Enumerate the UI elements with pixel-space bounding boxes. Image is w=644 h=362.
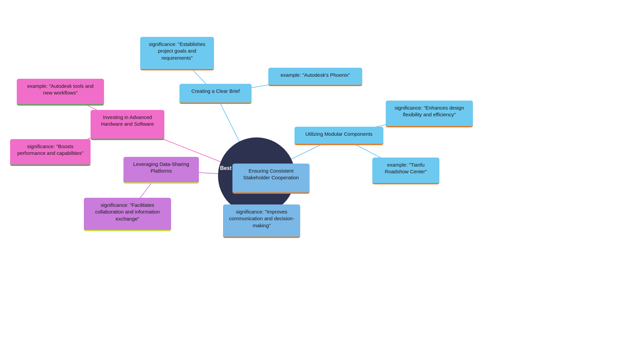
- connections-svg: [0, 0, 644, 362]
- node-utilizing-modular: Utilizing Modular Components: [294, 127, 383, 145]
- node-example-autodesk-tools: example: "Autodesk tools and new workflo…: [17, 79, 104, 106]
- node-label-utilizing-modular: Utilizing Modular Components: [305, 131, 372, 137]
- node-label-investing-hardware-software: Investing in Advanced Hardware and Softw…: [101, 114, 154, 127]
- node-label-significance-boosts-performance: significance: "Boosts performance and ca…: [17, 143, 83, 156]
- node-significance-enhances-design: significance: "Enhances design flexibili…: [386, 101, 473, 127]
- node-example-tianfu: example: "Tianfu Roadshow Center": [372, 158, 439, 184]
- node-label-ensuring-stakeholder: Ensuring Consistent Stakeholder Cooperat…: [243, 168, 299, 180]
- node-label-example-autodesk-phoenix: example: "Autodesk's Phoenix": [281, 72, 350, 78]
- node-significance-boosts-performance: significance: "Boosts performance and ca…: [10, 139, 91, 166]
- node-significance-improves-communication: significance: "Improves communication an…: [223, 204, 300, 238]
- node-example-autodesk-phoenix: example: "Autodesk's Phoenix": [268, 68, 362, 86]
- node-label-significance-facilitates-collaboration: significance: "Facilitates collaboration…: [95, 202, 160, 222]
- node-leveraging-data-sharing: Leveraging Data-Sharing Platforms: [123, 157, 199, 184]
- node-significance-project-goals: significance: "Establishes project goals…: [140, 37, 214, 70]
- node-label-creating-clear-brief: Creating a Clear Brief: [191, 88, 239, 94]
- node-label-example-tianfu: example: "Tianfu Roadshow Center": [385, 162, 427, 174]
- node-investing-hardware-software: Investing in Advanced Hardware and Softw…: [91, 110, 164, 140]
- node-label-example-autodesk-tools: example: "Autodesk tools and new workflo…: [27, 83, 94, 96]
- mindmap-container: Best Practices for Architects in 3D Mode…: [0, 0, 644, 362]
- node-label-significance-project-goals: significance: "Establishes project goals…: [149, 41, 206, 61]
- node-creating-clear-brief: Creating a Clear Brief: [179, 84, 252, 104]
- node-significance-facilitates-collaboration: significance: "Facilitates collaboration…: [84, 198, 171, 231]
- node-ensuring-stakeholder: Ensuring Consistent Stakeholder Cooperat…: [232, 164, 310, 194]
- node-label-leveraging-data-sharing: Leveraging Data-Sharing Platforms: [133, 161, 189, 174]
- node-label-significance-improves-communication: significance: "Improves communication an…: [229, 209, 294, 228]
- node-label-significance-enhances-design: significance: "Enhances design flexibili…: [394, 105, 464, 117]
